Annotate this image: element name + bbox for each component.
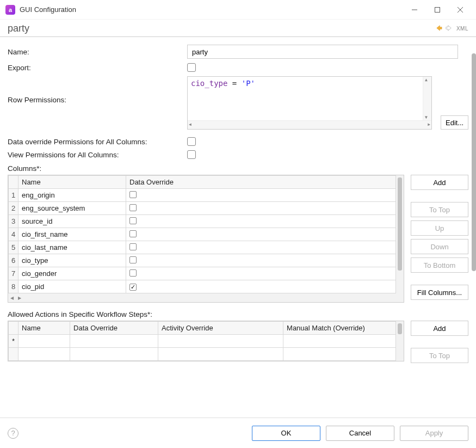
column-name-cell[interactable]: cio_gender [18, 267, 126, 280]
columns-section-label: Columns*: [8, 164, 468, 173]
table-row[interactable]: 4cio_first_name [9, 228, 396, 241]
actions-header-activity-override[interactable]: Activity Override [158, 322, 283, 335]
table-row[interactable]: 7cio_gender [9, 267, 396, 280]
column-name-cell[interactable]: cio_type [18, 254, 126, 267]
content-area: Name: Export: Row Permissions: cio_type … [0, 37, 476, 418]
column-name-cell[interactable]: cio_last_name [18, 241, 126, 254]
table-row[interactable]: 8cio_pid [9, 280, 396, 293]
actions-row-marker: * [9, 335, 18, 348]
actions-table-container: Name Data Override Activity Override Man… [8, 321, 404, 361]
column-override-checkbox[interactable] [129, 230, 137, 237]
maximize-button[interactable] [426, 2, 449, 18]
close-button[interactable] [449, 2, 472, 18]
column-override-checkbox[interactable] [129, 217, 137, 224]
xml-link[interactable]: XML [456, 26, 468, 32]
actions-to-top-button[interactable]: To Top [411, 348, 468, 363]
edit-button[interactable]: Edit... [441, 115, 468, 130]
columns-header-rownum [9, 176, 18, 189]
actions-vscroll[interactable] [396, 321, 404, 361]
columns-header-name[interactable]: Name [18, 176, 126, 189]
titlebar: a GUI Configuration [0, 0, 476, 20]
export-label: Export: [8, 64, 187, 72]
view-all-checkbox[interactable] [187, 150, 196, 159]
row-permissions-code[interactable]: cio_type = 'P' [187, 76, 432, 130]
table-row[interactable]: 5cio_last_name [9, 241, 396, 254]
apply-button[interactable]: Apply [400, 426, 468, 441]
code-eq: = [227, 79, 241, 88]
code-identifier: cio_type [191, 79, 227, 88]
export-checkbox[interactable] [187, 63, 196, 72]
actions-cell-mm[interactable] [283, 335, 396, 348]
column-override-cell[interactable] [126, 189, 396, 202]
column-override-checkbox[interactable] [129, 204, 137, 211]
column-override-checkbox[interactable] [129, 269, 137, 277]
page-title: party [8, 23, 29, 34]
header-row: party XML [0, 20, 476, 37]
row-permissions-label: Row Permissions: [8, 76, 187, 104]
data-override-all-label: Data override Permissions for All Column… [8, 138, 187, 146]
columns-to-bottom-button[interactable]: To Bottom [411, 257, 468, 273]
column-override-cell[interactable] [126, 254, 396, 267]
table-row[interactable]: 3source_id [9, 215, 396, 228]
svg-rect-1 [435, 7, 440, 12]
nav-back-icon[interactable] [435, 24, 443, 34]
row-number: 3 [9, 215, 18, 228]
actions-add-button[interactable]: Add [411, 321, 468, 336]
column-override-checkbox[interactable] [129, 243, 137, 250]
row-number: 7 [9, 267, 18, 280]
column-override-checkbox[interactable] [129, 256, 137, 263]
code-vscroll[interactable] [423, 77, 431, 120]
dialog-footer: ? OK Cancel Apply [0, 418, 476, 448]
columns-to-top-button[interactable]: To Top [411, 202, 468, 217]
row-number: 4 [9, 228, 18, 241]
columns-hscroll[interactable] [8, 293, 404, 302]
row-number: 6 [9, 254, 18, 267]
name-input[interactable] [187, 45, 458, 59]
column-override-cell[interactable] [126, 228, 396, 241]
columns-vscroll[interactable] [396, 175, 404, 293]
column-override-cell[interactable] [126, 202, 396, 215]
column-override-checkbox[interactable] [129, 284, 137, 291]
column-name-cell[interactable]: cio_pid [18, 280, 126, 293]
column-override-cell[interactable] [126, 241, 396, 254]
view-all-label: View Permissions for All Columns: [8, 151, 187, 159]
data-override-all-checkbox[interactable] [187, 137, 196, 146]
name-label: Name: [8, 48, 187, 56]
actions-header-name[interactable]: Name [18, 322, 70, 335]
actions-section-label: Allowed Actions in Specific Workflow Ste… [8, 310, 468, 318]
column-override-cell[interactable] [126, 267, 396, 280]
columns-header-data-override[interactable]: Data Override [126, 176, 396, 189]
actions-placeholder-row[interactable]: * [9, 335, 396, 348]
column-name-cell[interactable]: cio_first_name [18, 228, 126, 241]
columns-up-button[interactable]: Up [411, 220, 468, 236]
actions-table: Name Data Override Activity Override Man… [8, 321, 396, 361]
column-name-cell[interactable]: eng_origin [18, 189, 126, 202]
column-name-cell[interactable]: eng_source_system [18, 202, 126, 215]
columns-down-button[interactable]: Down [411, 239, 468, 254]
actions-cell-name[interactable] [18, 335, 70, 348]
table-row[interactable]: 2eng_source_system [9, 202, 396, 215]
columns-add-button[interactable]: Add [411, 175, 468, 190]
column-override-checkbox[interactable] [129, 191, 137, 198]
actions-header-manual-match[interactable]: Manual Match (Override) [283, 322, 396, 335]
window-title: GUI Configuration [20, 5, 76, 14]
row-number: 2 [9, 202, 18, 215]
actions-cell-do[interactable] [70, 335, 158, 348]
minimize-button[interactable] [403, 2, 426, 18]
actions-cell-ao[interactable] [158, 335, 283, 348]
help-icon[interactable]: ? [8, 428, 18, 439]
column-name-cell[interactable]: source_id [18, 215, 126, 228]
fill-columns-button[interactable]: Fill Columns... [411, 285, 468, 300]
row-number: 1 [9, 189, 18, 202]
ok-button[interactable]: OK [252, 426, 320, 441]
table-row[interactable]: 6cio_type [9, 254, 396, 267]
column-override-cell[interactable] [126, 280, 396, 293]
actions-header-data-override[interactable]: Data Override [70, 322, 158, 335]
code-hscroll[interactable] [188, 120, 431, 129]
nav-forward-icon[interactable] [445, 24, 453, 34]
cancel-button[interactable]: Cancel [326, 426, 394, 441]
column-override-cell[interactable] [126, 215, 396, 228]
app-icon: a [5, 5, 15, 15]
table-row[interactable]: 1eng_origin [9, 189, 396, 202]
content-vscroll[interactable] [472, 53, 476, 271]
